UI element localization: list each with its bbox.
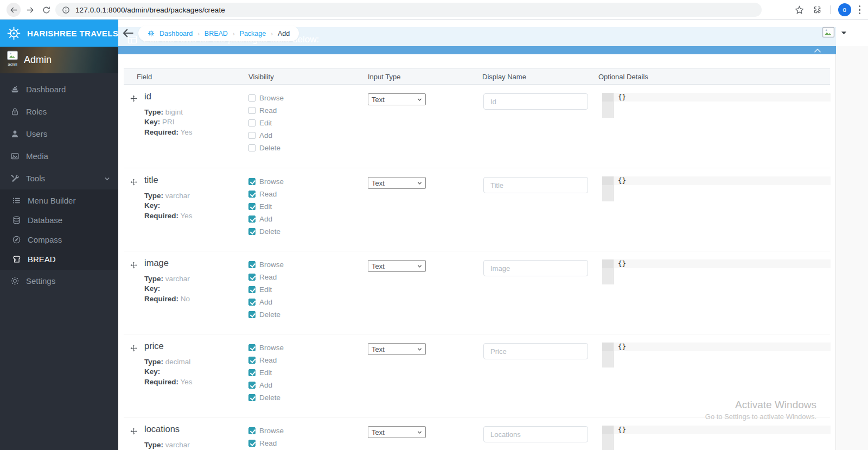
visibility-checkbox-delete[interactable]: Delete xyxy=(248,391,284,404)
field-name: title xyxy=(144,175,158,185)
sidebar-item-compass[interactable]: Compass xyxy=(0,230,118,249)
visibility-checkbox-delete[interactable]: Delete xyxy=(248,225,284,238)
visibility-checkbox-edit[interactable]: Edit xyxy=(248,200,284,213)
ship-icon xyxy=(10,85,20,94)
visibility-checkbox-read[interactable]: Read xyxy=(248,271,284,283)
visibility-checkbox-read[interactable]: Read xyxy=(248,437,284,449)
visibility-checkbox-browse[interactable]: Browse xyxy=(248,341,284,354)
toolbar-separator xyxy=(830,5,831,14)
visibility-checkbox-edit[interactable]: Edit xyxy=(248,117,284,129)
visibility-checkbox-read[interactable]: Read xyxy=(248,188,284,200)
bread-edit-panel: Field Visibility Input Type Display Name… xyxy=(118,54,836,450)
navbar-user-menu[interactable] xyxy=(821,27,847,39)
input-type-select[interactable]: Text xyxy=(368,93,426,105)
display-name-input[interactable] xyxy=(483,426,588,442)
sidebar-item-bread[interactable]: BREAD xyxy=(0,249,118,269)
sidebar-menu: DashboardRolesUsersMediaToolsMenu Builde… xyxy=(0,73,118,292)
checkbox-checked-icon xyxy=(248,216,256,223)
sidebar-item-settings[interactable]: Settings xyxy=(0,270,118,292)
optional-details-editor[interactable]: {} xyxy=(602,426,831,450)
visibility-checkbox-delete[interactable]: Delete xyxy=(248,308,284,321)
browser-reload-button[interactable] xyxy=(39,3,53,17)
display-name-input[interactable] xyxy=(483,93,588,110)
sidebar-item-users[interactable]: Users xyxy=(0,123,118,145)
url-bar[interactable]: 127.0.0.1:8000/admin/bread/packages/crea… xyxy=(55,3,762,17)
breadcrumb-package[interactable]: Package xyxy=(240,30,266,37)
input-type-select[interactable]: Text xyxy=(368,343,426,355)
display-name-input[interactable] xyxy=(483,343,588,359)
breadcrumb-bread[interactable]: BREAD xyxy=(205,30,228,37)
visibility-checkbox-edit[interactable]: Edit xyxy=(248,283,284,296)
optional-details-editor[interactable]: {} xyxy=(602,343,831,367)
site-info-icon[interactable] xyxy=(62,6,70,14)
bookmark-star-icon[interactable] xyxy=(794,5,805,15)
checkbox-checked-icon xyxy=(248,357,256,364)
panel-collapse-icon[interactable] xyxy=(813,47,822,54)
breadcrumb-separator: › xyxy=(197,30,200,37)
visibility-checkbox-add[interactable]: Add xyxy=(248,296,284,308)
sidebar-item-label: Roles xyxy=(26,107,47,116)
visibility-group: BrowseReadEditAddDelete xyxy=(248,258,284,321)
browser-profile-avatar[interactable]: o xyxy=(838,3,851,16)
visibility-checkbox-browse[interactable]: Browse xyxy=(248,258,284,271)
browser-back-button[interactable] xyxy=(7,3,21,17)
browser-menu-icon[interactable] xyxy=(859,5,861,15)
visibility-checkbox-read[interactable]: Read xyxy=(248,354,284,366)
display-name-input[interactable] xyxy=(483,177,588,193)
breadcrumb-add: Add xyxy=(278,30,290,37)
move-handle-icon[interactable] xyxy=(130,427,137,434)
input-type-select[interactable]: Text xyxy=(368,260,426,272)
visibility-checkbox-delete[interactable]: Delete xyxy=(248,142,284,154)
breadcrumb-dashboard[interactable]: Dashboard xyxy=(159,30,193,37)
visibility-checkbox-browse[interactable]: Browse xyxy=(248,92,284,104)
move-handle-icon[interactable] xyxy=(130,261,137,268)
helm-icon xyxy=(148,30,155,37)
input-type-select[interactable]: Text xyxy=(368,177,426,189)
move-handle-icon[interactable] xyxy=(130,178,137,185)
visibility-checkbox-edit[interactable]: Edit xyxy=(248,366,284,379)
sidebar-item-media[interactable]: Media xyxy=(0,145,118,167)
column-header-input-type: Input Type xyxy=(368,73,400,81)
sidebar-item-label: Dashboard xyxy=(26,85,66,94)
sidebar-item-dashboard[interactable]: Dashboard xyxy=(0,78,118,100)
page-back-arrow[interactable] xyxy=(122,27,135,40)
move-handle-icon[interactable] xyxy=(130,94,137,102)
visibility-group: BrowseReadEditAddDelete xyxy=(248,341,284,404)
field-row-title: titleType: varcharKey: Required: YesBrow… xyxy=(124,168,830,251)
move-handle-icon[interactable] xyxy=(130,344,137,351)
screen: 127.0.0.1:8000/admin/bread/packages/crea… xyxy=(0,0,868,450)
visibility-checkbox-browse[interactable]: Browse xyxy=(248,175,284,188)
sidebar-item-menu-builder[interactable]: Menu Builder xyxy=(0,191,118,210)
field-name: locations xyxy=(144,424,180,434)
optional-details-editor[interactable]: {} xyxy=(602,93,831,118)
visibility-checkbox-add[interactable]: Add xyxy=(248,129,284,142)
extensions-icon[interactable] xyxy=(812,5,822,15)
editor-active-line: {} xyxy=(614,343,831,351)
broken-image-icon xyxy=(821,27,835,39)
bread-icon xyxy=(11,254,21,264)
sidebar-item-database[interactable]: Database xyxy=(0,210,118,230)
visibility-checkbox-read[interactable]: Read xyxy=(248,104,284,117)
browser-forward-button[interactable] xyxy=(23,3,37,17)
table-header: Field Visibility Input Type Display Name… xyxy=(124,68,830,85)
sidebar-item-label: Menu Builder xyxy=(28,196,75,205)
checkbox-checked-icon xyxy=(248,178,256,185)
display-name-input[interactable] xyxy=(483,260,588,276)
sidebar: HARISHREE TRAVELS admi Admin DashboardRo… xyxy=(0,20,118,450)
visibility-group: BrowseReadEditAddDelete xyxy=(248,175,284,238)
user-profile[interactable]: admi Admin xyxy=(0,47,118,73)
editor-gutter xyxy=(602,176,614,201)
editor-gutter xyxy=(602,93,614,118)
checkbox-unchecked-icon xyxy=(248,132,256,139)
optional-details-editor[interactable]: {} xyxy=(602,259,831,284)
visibility-checkbox-add[interactable]: Add xyxy=(248,379,284,391)
sidebar-item-roles[interactable]: Roles xyxy=(0,100,118,123)
sidebar-item-tools[interactable]: Tools xyxy=(0,167,118,189)
optional-details-editor[interactable]: {} xyxy=(602,176,831,201)
brand-header[interactable]: HARISHREE TRAVELS xyxy=(0,20,118,47)
input-type-select[interactable]: Text xyxy=(368,426,426,438)
visibility-checkbox-add[interactable]: Add xyxy=(248,213,284,225)
checkbox-checked-icon xyxy=(248,203,256,210)
visibility-checkbox-browse[interactable]: Browse xyxy=(248,424,284,437)
checkbox-checked-icon xyxy=(248,299,256,306)
